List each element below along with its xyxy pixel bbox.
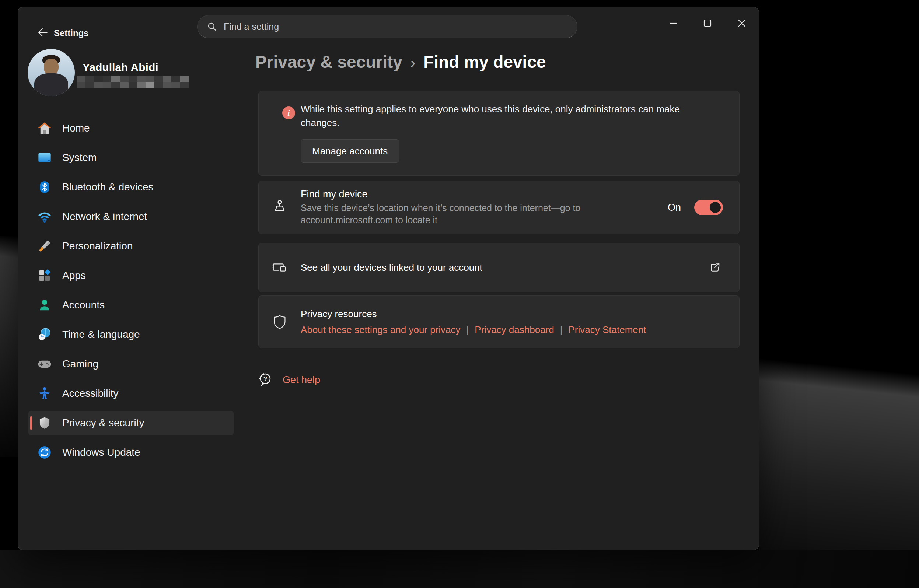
accounts-icon xyxy=(37,297,53,313)
sidebar-item-windows-update[interactable]: Windows Update xyxy=(28,440,234,465)
sidebar-item-label: Accessibility xyxy=(62,388,118,399)
admin-notice-card: i While this setting applies to everyone… xyxy=(258,91,740,176)
sidebar-item-system[interactable]: System xyxy=(28,145,234,170)
back-button[interactable] xyxy=(31,22,53,44)
linked-devices-label: See all your devices linked to your acco… xyxy=(301,262,482,273)
privacy-resources-card: Privacy resources About these settings a… xyxy=(258,296,740,348)
toggle-knob xyxy=(710,202,721,213)
page-title: Find my device xyxy=(423,52,546,72)
sidebar-item-accessibility[interactable]: Accessibility xyxy=(28,381,234,405)
sidebar-item-network-internet[interactable]: Network & internet xyxy=(28,205,234,229)
sidebar-item-label: Accounts xyxy=(62,299,105,311)
sidebar-item-bluetooth-devices[interactable]: Bluetooth & devices xyxy=(28,175,234,199)
bluetooth-icon xyxy=(37,179,53,195)
find-my-device-card: Find my device Save this device’s locati… xyxy=(258,181,740,234)
windows-update-icon xyxy=(37,444,53,460)
sidebar-item-label: Gaming xyxy=(62,358,99,370)
search-input[interactable] xyxy=(224,21,567,32)
close-icon xyxy=(737,18,746,28)
window-controls xyxy=(656,7,759,39)
system-icon xyxy=(37,150,53,166)
back-arrow-icon xyxy=(36,26,48,40)
time-language-icon xyxy=(37,326,53,342)
home-icon xyxy=(37,120,53,136)
gaming-icon xyxy=(37,356,53,372)
sidebar-item-label: Windows Update xyxy=(62,446,141,458)
sidebar-item-personalization[interactable]: Personalization xyxy=(28,234,234,258)
minimize-button[interactable] xyxy=(656,7,690,39)
desktop: { "titlebar": { "app_title": "Settings",… xyxy=(0,0,919,588)
sidebar-item-label: Network & internet xyxy=(62,211,147,223)
search-icon xyxy=(207,22,217,32)
sidebar-nav: Home System Bluetooth & devices Network … xyxy=(28,116,234,470)
maximize-icon xyxy=(703,18,712,28)
sidebar-item-label: Bluetooth & devices xyxy=(62,181,153,193)
info-icon: i xyxy=(282,107,295,120)
sidebar-item-label: Apps xyxy=(62,270,86,281)
link-about-settings-privacy[interactable]: About these settings and your privacy xyxy=(301,324,460,336)
get-help-row: ? Get help xyxy=(255,371,740,389)
sidebar-item-label: System xyxy=(62,152,97,163)
redacted-email xyxy=(77,76,189,89)
search-box[interactable] xyxy=(197,15,577,38)
sidebar-item-label: Home xyxy=(62,122,90,134)
find-my-device-icon xyxy=(259,199,301,216)
breadcrumb-parent[interactable]: Privacy & security xyxy=(255,52,402,72)
sidebar-item-home[interactable]: Home xyxy=(28,116,234,141)
linked-devices-row[interactable]: See all your devices linked to your acco… xyxy=(258,243,740,292)
setting-title: Find my device xyxy=(301,189,596,200)
shield-outline-icon xyxy=(259,313,301,331)
wallpaper-bottom-shape xyxy=(0,550,919,588)
personalization-icon xyxy=(37,238,53,254)
sidebar-item-label: Privacy & security xyxy=(62,417,144,429)
privacy-security-icon xyxy=(37,415,53,431)
sidebar-item-gaming[interactable]: Gaming xyxy=(28,352,234,376)
user-name: Yadullah Abidi xyxy=(82,61,158,74)
sidebar-item-privacy-security[interactable]: Privacy & security xyxy=(28,411,234,435)
avatar xyxy=(27,49,75,96)
resources-links: About these settings and your privacy | … xyxy=(301,324,646,336)
selected-indicator xyxy=(30,416,32,430)
link-privacy-dashboard[interactable]: Privacy dashboard xyxy=(475,324,554,336)
close-button[interactable] xyxy=(724,7,759,39)
setting-description: Save this device’s location when it’s co… xyxy=(301,202,596,226)
sidebar-item-time-language[interactable]: Time & language xyxy=(28,322,234,347)
toggle-state-label: On xyxy=(668,202,681,213)
maximize-button[interactable] xyxy=(690,7,724,39)
get-help-icon: ? xyxy=(255,371,273,389)
sidebar-item-apps[interactable]: Apps xyxy=(28,263,234,288)
content-area: i While this setting applies to everyone… xyxy=(258,91,740,389)
wallpaper-right-shape xyxy=(759,324,919,588)
sidebar-item-accounts[interactable]: Accounts xyxy=(28,293,234,317)
settings-window: Settings Yadullah Abidi Home xyxy=(18,7,759,550)
sidebar-item-label: Personalization xyxy=(62,240,132,252)
admin-notice-text: While this setting applies to everyone w… xyxy=(301,102,713,130)
network-icon xyxy=(37,208,53,225)
wallpaper-left-shape xyxy=(0,236,18,457)
link-privacy-statement[interactable]: Privacy Statement xyxy=(568,324,646,336)
external-link-icon xyxy=(708,261,722,274)
manage-accounts-button[interactable]: Manage accounts xyxy=(301,139,399,163)
linked-devices-icon xyxy=(259,259,301,276)
minimize-icon xyxy=(669,18,678,28)
get-help-link[interactable]: Get help xyxy=(283,374,320,386)
find-my-device-toggle[interactable] xyxy=(694,200,723,215)
apps-icon xyxy=(37,268,53,284)
accessibility-icon xyxy=(37,385,53,402)
svg-text:?: ? xyxy=(263,375,267,383)
resources-title: Privacy resources xyxy=(301,309,646,320)
breadcrumb: Privacy & security › Find my device xyxy=(255,52,546,72)
app-title: Settings xyxy=(54,22,89,44)
breadcrumb-chevron-icon: › xyxy=(410,53,415,71)
sidebar-item-label: Time & language xyxy=(62,329,140,341)
